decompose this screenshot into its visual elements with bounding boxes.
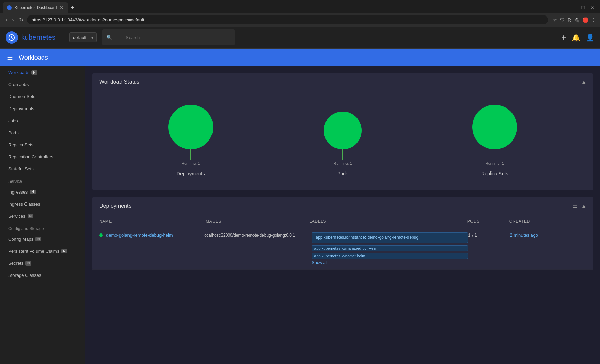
sidebar-section-config: Config and Storage [0, 222, 85, 233]
sidebar-item-secrets[interactable]: Secrets N [0, 257, 85, 269]
tab-favicon [7, 5, 12, 10]
sidebar-item-replication-controllers[interactable]: Replication Controllers [0, 151, 85, 163]
notifications-button[interactable]: 🔔 [572, 33, 580, 42]
deployments-table: Name Images Labels Pods Created ↑ [92, 215, 593, 270]
sidebar-label-storage-classes: Storage Classes [8, 273, 41, 278]
page-header: ☰ Workloads [0, 49, 600, 66]
back-button[interactable]: ‹ [4, 15, 9, 24]
deployment-status-dot [99, 233, 103, 237]
sidebar-item-daemon-sets[interactable]: Daemon Sets [0, 91, 85, 103]
sidebar-item-stateful-sets[interactable]: Stateful Sets [0, 163, 85, 175]
created-sort-icon: ↑ [531, 220, 534, 223]
workload-status-content: Running: 1 Deployments Running: 1 Pods [92, 91, 593, 190]
search-input[interactable] [120, 32, 230, 43]
col-header-pods: Pods [467, 219, 509, 224]
browser-tab-active[interactable]: Kubernetes Dashboard ✕ [3, 2, 68, 13]
k8s-logo-icon [8, 34, 15, 41]
deployments-filter-button[interactable]: ⚌ [572, 202, 577, 209]
sidebar-label-ingresses: Ingresses [8, 189, 28, 195]
sidebar-item-config-maps[interactable]: Config Maps N [0, 233, 85, 245]
col-header-labels: Labels [310, 219, 467, 224]
col-header-created: Created ↑ [509, 219, 572, 224]
sidebar-label-cron-jobs: Cron Jobs [8, 82, 29, 87]
add-resource-button[interactable]: + [561, 33, 566, 42]
k8s-logo [6, 31, 18, 44]
sidebar-label-daemon-sets: Daemon Sets [8, 94, 35, 99]
page-title: Workloads [19, 54, 48, 61]
sidebar-toggle-icon[interactable]: ☰ [7, 53, 13, 62]
labels-show-all-link[interactable]: Show all [312, 260, 468, 265]
sidebar-badge-config-maps: N [35, 237, 41, 241]
sidebar-label-secrets: Secrets [8, 261, 23, 266]
sidebar-item-replica-sets[interactable]: Replica Sets [0, 139, 85, 151]
new-tab-button[interactable]: + [68, 4, 77, 11]
deployments-title: Deployments [99, 203, 131, 209]
tab-title: Kubernetes Dashboard [14, 5, 57, 10]
sidebar-label-deployments: Deployments [8, 106, 34, 111]
shield-icon[interactable]: 🛡 [560, 17, 565, 23]
sidebar-item-services[interactable]: Services N [0, 210, 85, 222]
app-header: kubernetes default ▼ 🔍 + 🔔 👤 [0, 27, 600, 49]
table-row: demo-golang-remote-debug-helm localhost:… [92, 228, 593, 270]
label-managed-by: app.kubernetes.io/managed-by: Helm [312, 245, 468, 251]
deployment-created-time[interactable]: 2 minutes ago [510, 232, 538, 238]
sidebar-workloads-badge: N [31, 70, 37, 75]
workload-item-deployments: Running: 1 Deployments [168, 105, 213, 176]
sidebar-label-replication-controllers: Replication Controllers [8, 154, 53, 159]
sidebar-item-storage-classes[interactable]: Storage Classes [0, 269, 85, 281]
deployments-card: Deployments ⚌ ▲ Name Images Labels [92, 197, 593, 270]
sidebar-item-deployments[interactable]: Deployments [0, 103, 85, 115]
deployment-row-actions-button[interactable]: ⋮ [572, 232, 581, 240]
sidebar-item-jobs[interactable]: Jobs [0, 115, 85, 127]
deployments-circle-container: Running: 1 [168, 105, 213, 165]
browser-chrome: Kubernetes Dashboard ✕ + — ❐ ✕ ‹ › ↻ ☆ 🛡… [0, 0, 600, 27]
address-bar[interactable] [27, 15, 548, 24]
extensions-button[interactable]: 🔌 [574, 17, 580, 23]
pods-circle [324, 112, 362, 149]
sidebar-badge-services: N [28, 214, 33, 218]
sidebar-item-workloads[interactable]: Workloads N [0, 66, 85, 79]
workload-status-collapse-button[interactable]: ▲ [581, 79, 586, 85]
sidebar-label-pvc: Persistent Volume Claims [8, 249, 59, 254]
sidebar-item-persistent-volume-claims[interactable]: Persistent Volume Claims N [0, 245, 85, 257]
browser-restore[interactable]: ❐ [578, 5, 588, 10]
tab-close-button[interactable]: ✕ [60, 5, 64, 10]
deployment-image: localhost:32000/demo-remote-debug-golang… [204, 233, 295, 238]
profile-button[interactable]: R [568, 17, 571, 23]
sidebar-label-services: Services [8, 214, 25, 219]
browser-close[interactable]: ✕ [588, 5, 597, 10]
adblock-button[interactable]: 🛑 [582, 17, 588, 23]
deployments-collapse-button[interactable]: ▲ [581, 203, 586, 209]
bookmark-button[interactable]: ☆ [553, 17, 557, 23]
replica-sets-workload-name: Replica Sets [481, 171, 508, 176]
sidebar-item-ingresses[interactable]: Ingresses N [0, 186, 85, 198]
workload-status-card: Workload Status ▲ Running: 1 Deployments [92, 73, 593, 190]
workload-item-replica-sets: Running: 1 Replica Sets [472, 105, 517, 176]
deployment-pods-count: 1 / 1 [468, 232, 477, 238]
sidebar-label-stateful-sets: Stateful Sets [8, 166, 34, 171]
search-bar-wrapper: 🔍 [102, 29, 235, 45]
account-button[interactable]: 👤 [586, 33, 594, 42]
content-area: Workload Status ▲ Running: 1 Deployments [85, 66, 600, 364]
browser-tabs: Kubernetes Dashboard ✕ + — ❐ ✕ [0, 0, 600, 13]
reload-button[interactable]: ↻ [18, 15, 25, 24]
sidebar-item-cron-jobs[interactable]: Cron Jobs [0, 79, 85, 91]
browser-minimize[interactable]: — [568, 5, 578, 10]
forward-button[interactable]: › [11, 15, 15, 24]
sidebar-badge-pvc: N [61, 249, 67, 253]
sidebar-label-replica-sets: Replica Sets [8, 142, 33, 147]
label-name: app.kubernetes.io/name: helm [312, 253, 468, 259]
deployments-running-label: Running: 1 [182, 161, 200, 165]
sidebar-item-pods[interactable]: Pods [0, 127, 85, 139]
deployment-actions-cell: ⋮ [572, 232, 586, 240]
pods-circle-container: Running: 1 [324, 112, 362, 165]
deployment-name-link[interactable]: demo-golang-remote-debug-helm [106, 232, 173, 238]
pods-running-label: Running: 1 [333, 161, 352, 165]
sidebar-label-ingress-classes: Ingress Classes [8, 201, 40, 207]
sidebar-badge-ingresses: N [30, 190, 35, 194]
main-layout: Workloads N Cron Jobs Daemon Sets Deploy… [0, 66, 600, 364]
namespace-selector[interactable]: default [69, 32, 97, 42]
search-icon: 🔍 [106, 35, 112, 40]
sidebar-item-ingress-classes[interactable]: Ingress Classes [0, 198, 85, 210]
menu-button[interactable]: ⋮ [591, 17, 596, 23]
